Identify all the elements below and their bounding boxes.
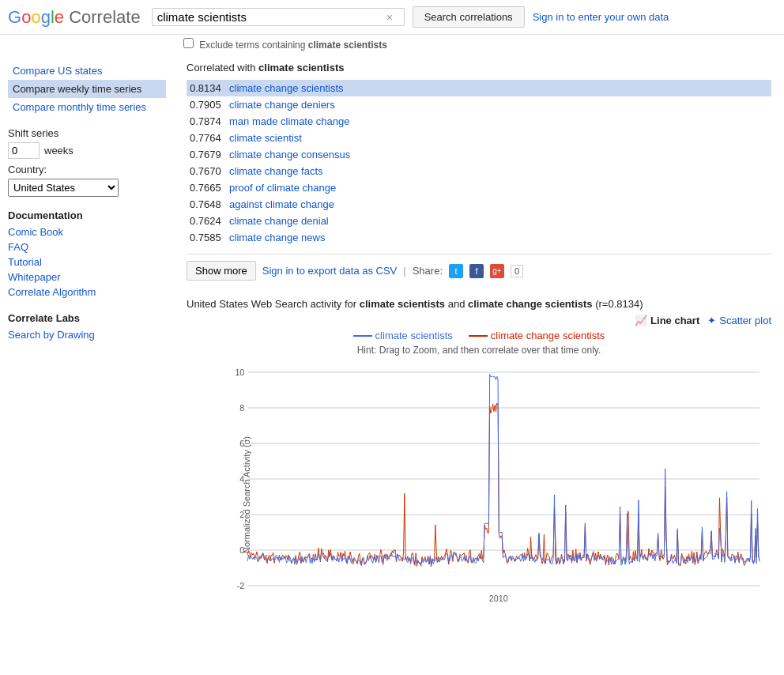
sidebar: Compare US statesCompare weekly time ser… (0, 54, 174, 637)
chart-title: United States Web Search activity for cl… (187, 298, 771, 310)
term-link[interactable]: against climate change (229, 198, 334, 210)
exclude-term: climate scientists (308, 40, 387, 51)
chart-title-and: and (448, 298, 468, 310)
chart-svg[interactable]: 1086420-22010 (224, 368, 763, 605)
chart-title-prefix: United States Web Search activity for (187, 298, 356, 310)
legend-row: climate scientists climate change scient… (187, 330, 771, 341)
score-cell: 0.7665 (187, 179, 226, 196)
score-cell: 0.7585 (187, 229, 226, 246)
exclude-row: Exclude terms containing climate scienti… (0, 35, 784, 54)
term-link[interactable]: climate change consensus (229, 149, 350, 160)
table-row: 0.7648against climate change (187, 196, 771, 213)
header: Google Correlate × Search correlations S… (0, 0, 784, 35)
export-link[interactable]: Sign in to export data as CSV (262, 265, 398, 277)
score-cell: 0.7670 (187, 163, 226, 179)
legend-line-term1 (353, 335, 372, 337)
signin-link[interactable]: Sign in to enter your own data (533, 11, 669, 23)
scatter-plot-control[interactable]: ✦ Scatter plot (707, 315, 771, 326)
score-cell: 0.7764 (187, 130, 226, 146)
table-row: 0.8134climate change scientists (187, 80, 771, 96)
score-cell: 0.7874 (187, 113, 226, 130)
term-link[interactable]: climate change facts (229, 165, 323, 177)
logo-o2: o (31, 7, 40, 28)
sidebar-nav-item[interactable]: Compare monthly time series (8, 98, 166, 116)
term-link[interactable]: proof of climate change (229, 182, 336, 194)
twitter-icon[interactable]: t (449, 264, 463, 278)
correlated-prefix: Correlated with (187, 62, 255, 74)
sidebar-nav-item[interactable]: Compare US states (8, 62, 166, 80)
table-row: 0.7905climate change deniers (187, 96, 771, 113)
exclude-label: Exclude terms containing (199, 40, 305, 51)
labs-title: Correlate Labs (8, 312, 166, 324)
term-link[interactable]: climate change scientists (229, 82, 344, 94)
country-label: Country: (8, 164, 166, 175)
chart-inner: 1086420-22010 (224, 368, 763, 605)
score-cell: 0.7679 (187, 146, 226, 163)
chart-term1: climate scientists (360, 298, 445, 310)
table-row: 0.7679climate change consensus (187, 146, 771, 163)
term-link[interactable]: climate change news (229, 232, 325, 243)
line-chart-label: Line chart (650, 315, 699, 326)
svg-text:8: 8 (239, 403, 244, 413)
gplus-count: 0 (511, 265, 523, 277)
doc-link[interactable]: Comic Book (8, 224, 166, 239)
sidebar-nav-item[interactable]: Compare weekly time series (8, 80, 166, 98)
facebook-icon[interactable]: f (469, 264, 484, 278)
table-row: 0.7764climate scientist (187, 130, 771, 146)
labs-link[interactable]: Search by Drawing (8, 327, 166, 342)
search-box-wrap: × (152, 8, 405, 26)
logo-e: e (55, 7, 64, 28)
score-cell: 0.7648 (187, 196, 226, 213)
documentation-title: Documentation (8, 209, 166, 221)
term-link[interactable]: climate scientist (229, 132, 302, 144)
doc-link[interactable]: Whitepaper (8, 270, 166, 285)
content: Correlated with climate scientists 0.813… (174, 54, 784, 637)
table-row: 0.7585climate change news (187, 229, 771, 246)
actions-row: Show more Sign in to export data as CSV … (187, 254, 771, 287)
gplus-icon[interactable]: g+ (490, 264, 504, 278)
logo-g2: g (41, 7, 51, 28)
logo-correlate-text: Correlate (69, 7, 140, 28)
logo-g: G (8, 7, 21, 28)
term-link[interactable]: man made climate change (229, 115, 349, 127)
legend-line-term2 (469, 335, 488, 337)
score-cell: 0.7905 (187, 96, 226, 113)
doc-link[interactable]: Tutorial (8, 255, 166, 270)
chart-term2: climate change scientists (468, 298, 593, 310)
country-select[interactable]: United StatesAustraliaBrazilCanadaFrance… (8, 179, 119, 197)
svg-text:4: 4 (239, 474, 244, 484)
doc-link[interactable]: Correlate Algorithm (8, 285, 166, 300)
show-more-button[interactable]: Show more (187, 261, 256, 281)
svg-text:2: 2 (239, 510, 244, 519)
shift-row: weeks (8, 142, 166, 159)
score-cell: 0.8134 (187, 80, 226, 96)
line-chart-control[interactable]: 📈 Line chart (635, 315, 699, 326)
table-row: 0.7665proof of climate change (187, 179, 771, 196)
results-table: 0.8134climate change scientists0.7905cli… (187, 80, 771, 246)
doc-link[interactable]: FAQ (8, 239, 166, 255)
table-row: 0.7874man made climate change (187, 113, 771, 130)
search-input[interactable] (157, 10, 386, 24)
main-layout: Compare US statesCompare weekly time ser… (0, 54, 784, 637)
term-link[interactable]: climate change denial (229, 215, 329, 227)
exclude-checkbox[interactable] (183, 38, 194, 48)
legend-term2: climate change scientists (469, 330, 605, 341)
chart-container[interactable]: Normalized Search Activity (σ) 1086420-2… (187, 360, 771, 629)
svg-text:-2: -2 (237, 581, 245, 590)
table-row: 0.7624climate change denial (187, 213, 771, 229)
search-button[interactable]: Search correlations (413, 6, 525, 28)
term-link[interactable]: climate change deniers (229, 99, 335, 111)
chart-correlation: (r=0.8134) (595, 298, 643, 310)
google-correlate-logo: Google Correlate (8, 7, 141, 28)
correlated-title: Correlated with climate scientists (187, 62, 771, 74)
clear-icon[interactable]: × (386, 11, 393, 24)
shift-label: Shift series (8, 127, 166, 139)
shift-unit: weeks (44, 145, 74, 156)
shift-input[interactable] (8, 142, 40, 159)
share-label: Share: (413, 265, 443, 277)
chart-section: United States Web Search activity for cl… (187, 298, 771, 629)
logo-o1: o (21, 7, 31, 28)
hint-text: Hint: Drag to Zoom, and then correlate o… (187, 345, 771, 356)
legend-term2-label: climate change scientists (491, 330, 605, 341)
pipe-divider: | (403, 265, 405, 277)
